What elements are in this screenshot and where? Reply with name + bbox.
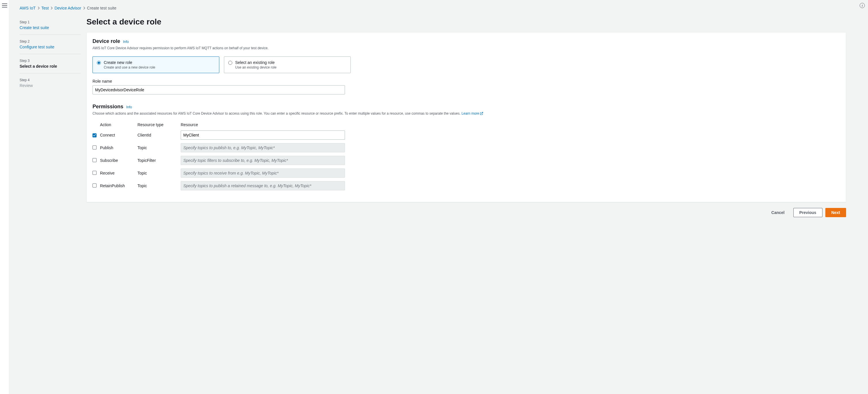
wizard-footer-buttons: Cancel Previous Next xyxy=(87,202,846,223)
permission-checkbox[interactable] xyxy=(93,184,97,188)
next-button[interactable]: Next xyxy=(825,208,846,217)
permission-checkbox[interactable] xyxy=(93,171,97,175)
breadcrumb-link[interactable]: Device Advisor xyxy=(55,6,81,10)
info-panel-toggle-icon[interactable]: i xyxy=(860,3,865,8)
permissions-description: Choose which actions and the associated … xyxy=(93,111,840,117)
wizard-step-label: Step 3 xyxy=(20,59,81,63)
role-option-tiles: Create new roleCreate and use a new devi… xyxy=(93,57,840,73)
tile-select-existing-role[interactable]: Select an existing roleUse an existing d… xyxy=(224,57,351,73)
learn-more-link[interactable]: Learn more xyxy=(461,111,483,116)
wizard-step-title[interactable]: Configure test suite xyxy=(20,45,81,49)
wizard-step-title[interactable]: Create test suite xyxy=(20,25,81,30)
permission-resource-input[interactable] xyxy=(181,130,345,140)
permission-resource-type: TopicFilter xyxy=(137,158,181,163)
tile-title: Select an existing role xyxy=(235,60,276,65)
permission-row: PublishTopic xyxy=(93,143,345,152)
permission-checkbox[interactable] xyxy=(93,133,97,137)
permissions-heading: Permissions xyxy=(93,104,123,109)
wizard-step[interactable]: Step 2Configure test suite xyxy=(20,39,81,54)
breadcrumb-link[interactable]: Test xyxy=(41,6,49,10)
chevron-right-icon xyxy=(83,6,85,10)
permission-resource-type: ClientId xyxy=(137,133,181,137)
wizard-step[interactable]: Step 1Create test suite xyxy=(20,20,81,35)
chevron-right-icon xyxy=(51,6,53,10)
permission-row: ReceiveTopic xyxy=(93,168,345,178)
chevron-right-icon xyxy=(37,6,40,10)
permission-resource-input xyxy=(181,156,345,165)
help-panel-collapsed: i xyxy=(857,0,868,394)
wizard-step-title: Review xyxy=(20,83,81,88)
permissions-table-header: Action Resource type Resource xyxy=(93,122,345,127)
permission-action: RetainPublish xyxy=(100,184,137,188)
permission-resource-input xyxy=(181,143,345,152)
radio-icon xyxy=(228,61,232,65)
tile-description: Create and use a new device role xyxy=(104,65,155,69)
permission-row: ConnectClientId xyxy=(93,130,345,140)
role-name-label: Role name xyxy=(93,79,840,84)
device-role-panel: Device role Info AWS IoT Core Device Adv… xyxy=(87,32,846,202)
permission-resource-type: Topic xyxy=(137,145,181,150)
breadcrumb-current: Create test suite xyxy=(87,6,117,10)
device-role-description: AWS IoT Core Device Advisor requires per… xyxy=(93,45,840,51)
permission-checkbox[interactable] xyxy=(93,145,97,150)
tile-description: Use an existing device role xyxy=(235,65,276,69)
wizard-navigation: Step 1Create test suiteStep 2Configure t… xyxy=(20,13,87,223)
permission-row: RetainPublishTopic xyxy=(93,181,345,190)
device-role-heading: Device role xyxy=(93,38,120,44)
external-link-icon xyxy=(480,111,483,117)
permission-resource-input xyxy=(181,181,345,190)
wizard-step-label: Step 1 xyxy=(20,20,81,24)
permission-action: Publish xyxy=(100,145,137,150)
previous-button[interactable]: Previous xyxy=(793,208,823,217)
hamburger-menu-icon[interactable] xyxy=(2,3,7,7)
wizard-step: Step 3Select a device role xyxy=(20,59,81,73)
wizard-step-label: Step 2 xyxy=(20,39,81,43)
wizard-step: Step 4Review xyxy=(20,78,81,93)
radio-icon xyxy=(97,61,101,65)
permission-action: Connect xyxy=(100,133,137,137)
permission-action: Subscribe xyxy=(100,158,137,163)
permissions-info-link[interactable]: Info xyxy=(126,105,132,109)
device-role-info-link[interactable]: Info xyxy=(123,40,129,44)
tile-title: Create new role xyxy=(104,60,155,65)
permission-row: SubscribeTopicFilter xyxy=(93,156,345,165)
permission-action: Receive xyxy=(100,171,137,175)
role-name-input[interactable] xyxy=(93,85,345,95)
permission-checkbox[interactable] xyxy=(93,158,97,162)
permission-resource-type: Topic xyxy=(137,184,181,188)
permission-resource-input xyxy=(181,168,345,178)
permission-resource-type: Topic xyxy=(137,171,181,175)
cancel-button[interactable]: Cancel xyxy=(766,208,790,217)
tile-create-new-role[interactable]: Create new roleCreate and use a new devi… xyxy=(93,57,219,73)
breadcrumb: AWS IoTTestDevice AdvisorCreate test sui… xyxy=(9,0,857,13)
side-nav-collapsed xyxy=(0,0,9,394)
breadcrumb-link[interactable]: AWS IoT xyxy=(20,6,36,10)
wizard-step-label: Step 4 xyxy=(20,78,81,82)
page-title: Select a device role xyxy=(87,13,846,32)
wizard-step-title: Select a device role xyxy=(20,64,81,69)
